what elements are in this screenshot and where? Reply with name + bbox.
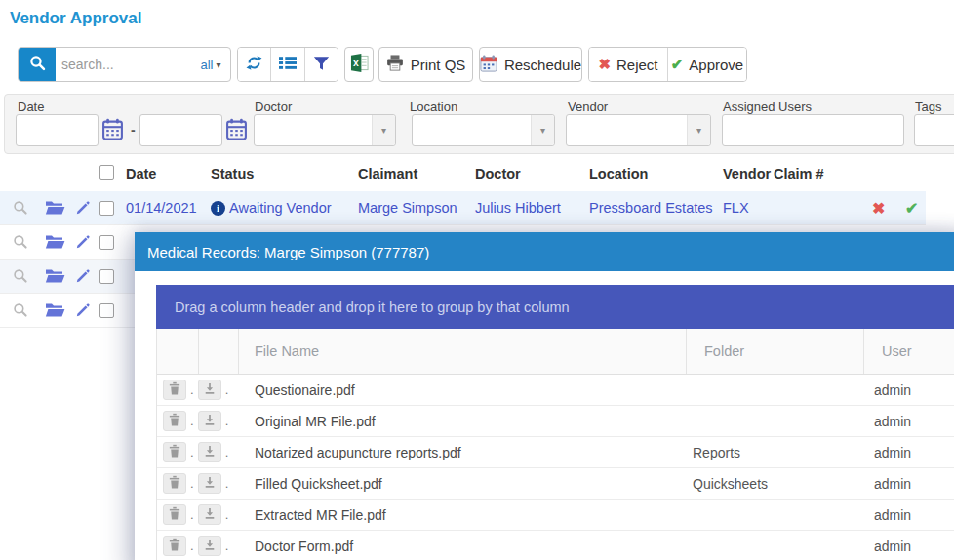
search-button[interactable]: [19, 48, 56, 81]
date-range-separator: -: [131, 122, 136, 138]
edit-pencil-icon[interactable]: [75, 234, 91, 254]
file-row[interactable]: . . Questionaire.pdf admin: [157, 375, 954, 406]
column-header-claimant[interactable]: Claimant: [358, 166, 417, 181]
row-checkbox[interactable]: [99, 235, 114, 250]
assigned-users-filter-label: Assigned Users: [723, 100, 812, 114]
download-file-button[interactable]: [198, 411, 221, 431]
filter-button[interactable]: [305, 48, 338, 81]
column-header-date[interactable]: Date: [126, 166, 156, 181]
vendor-select[interactable]: ▾: [566, 114, 711, 146]
column-header-vendor[interactable]: Vendor: [723, 166, 771, 181]
open-folder-icon[interactable]: [45, 200, 65, 220]
download-icon: [204, 382, 216, 398]
row-vendor-link[interactable]: FLX: [723, 200, 749, 216]
search-group: all ▾: [18, 47, 231, 82]
preview-icon[interactable]: [13, 302, 28, 322]
file-user: admin: [864, 476, 954, 492]
file-row[interactable]: . . Filled Quicksheet.pdf Quicksheets ad…: [157, 468, 954, 500]
preview-icon[interactable]: [13, 268, 28, 288]
search-input[interactable]: [56, 48, 191, 81]
open-folder-icon[interactable]: [45, 302, 65, 322]
file-name[interactable]: Notarized acupuncture reports.pdf: [255, 445, 687, 460]
download-file-button[interactable]: [198, 442, 221, 462]
download-file-button[interactable]: [198, 504, 221, 525]
cell-separator: .: [225, 539, 229, 553]
delete-file-button[interactable]: [163, 380, 186, 400]
cell-separator: .: [190, 507, 194, 522]
file-name[interactable]: Doctor Form.pdf: [255, 539, 687, 554]
assigned-users-input[interactable]: [722, 114, 904, 146]
row-date-link[interactable]: 01/14/2021: [126, 200, 197, 216]
filter-panel: Date Doctor Location Vendor Assigned Use…: [4, 94, 954, 154]
row-reject-icon[interactable]: ✖: [872, 199, 885, 218]
file-name[interactable]: Extracted MR File.pdf: [255, 507, 687, 523]
delete-file-button[interactable]: [163, 473, 186, 494]
search-scope-dropdown[interactable]: all ▾: [191, 48, 230, 81]
delete-file-button[interactable]: [163, 411, 186, 431]
approve-button[interactable]: ✔ Approve: [668, 48, 746, 81]
file-user: admin: [864, 382, 954, 398]
approve-check-icon: ✔: [671, 56, 684, 73]
column-header-doctor[interactable]: Doctor: [475, 166, 521, 181]
reschedule-label: Reschedule: [504, 57, 581, 73]
download-file-button[interactable]: [198, 536, 221, 556]
edit-pencil-icon[interactable]: [75, 200, 91, 220]
download-file-button[interactable]: [198, 473, 221, 494]
file-name[interactable]: Questionaire.pdf: [255, 382, 687, 398]
date-to-calendar-icon[interactable]: [226, 118, 247, 140]
tags-input[interactable]: [914, 114, 954, 146]
print-qs-button[interactable]: Print QS: [378, 47, 473, 82]
file-name[interactable]: Filled Quicksheet.pdf: [255, 476, 687, 492]
delete-file-button[interactable]: [163, 504, 186, 525]
date-to-input[interactable]: [139, 114, 222, 146]
file-row[interactable]: . . Notarized acupuncture reports.pdf Re…: [157, 437, 954, 468]
file-name[interactable]: Original MR File.pdf: [255, 414, 687, 429]
group-by-drop-zone[interactable]: Drag a column header and drop it here to…: [156, 285, 954, 329]
medical-records-modal: Medical Records: Marge Simpson (777787) …: [135, 232, 954, 560]
date-from-calendar-icon[interactable]: [102, 118, 123, 140]
row-checkbox[interactable]: [99, 303, 114, 318]
edit-pencil-icon[interactable]: [75, 268, 91, 288]
row-claimant-link[interactable]: Marge Simpson: [358, 200, 457, 216]
delete-file-button[interactable]: [163, 536, 186, 556]
edit-pencil-icon[interactable]: [75, 302, 91, 322]
column-header-status[interactable]: Status: [211, 166, 254, 181]
cell-separator: .: [225, 507, 229, 522]
date-from-input[interactable]: [16, 114, 99, 146]
preview-icon[interactable]: [13, 200, 28, 220]
file-row[interactable]: . . Doctor Form.pdf admin: [157, 531, 954, 560]
row-location-link[interactable]: Pressboard Estates: [589, 200, 713, 216]
export-excel-button[interactable]: x: [344, 47, 374, 82]
refresh-button[interactable]: [238, 48, 271, 81]
row-status-link[interactable]: Awaiting Vendor: [229, 200, 332, 216]
column-header-user[interactable]: User: [864, 329, 954, 374]
column-header-location[interactable]: Location: [589, 166, 648, 181]
column-header-claim[interactable]: Claim #: [774, 166, 824, 181]
list-view-button[interactable]: [271, 48, 304, 81]
preview-icon[interactable]: [13, 234, 28, 254]
reschedule-button[interactable]: Reschedule: [479, 47, 582, 82]
select-all-checkbox[interactable]: [99, 165, 114, 180]
open-folder-icon[interactable]: [45, 268, 65, 288]
row-checkbox[interactable]: [99, 201, 114, 216]
cell-separator: .: [190, 445, 194, 460]
reject-button[interactable]: ✖ Reject: [589, 48, 667, 81]
svg-text:x: x: [352, 58, 358, 68]
location-select[interactable]: ▾: [412, 114, 555, 146]
open-folder-icon[interactable]: [45, 234, 65, 254]
row-doctor-link[interactable]: Julius Hibbert: [475, 200, 561, 216]
row-approve-icon[interactable]: ✔: [905, 199, 918, 218]
download-file-button[interactable]: [198, 380, 221, 400]
file-folder: Reports: [687, 445, 864, 460]
table-row[interactable]: 01/14/2021 i Awaiting Vendor Marge Simps…: [0, 191, 926, 225]
chevron-down-icon: ▾: [372, 115, 395, 145]
file-row[interactable]: . . Original MR File.pdf admin: [157, 406, 954, 437]
trash-icon: [169, 413, 180, 429]
file-row[interactable]: . . Extracted MR File.pdf admin: [157, 500, 954, 531]
info-icon[interactable]: i: [211, 201, 225, 216]
column-header-folder[interactable]: Folder: [687, 329, 864, 374]
column-header-file-name[interactable]: File Name: [239, 329, 687, 374]
row-checkbox[interactable]: [99, 269, 114, 284]
delete-file-button[interactable]: [163, 442, 186, 462]
doctor-select[interactable]: ▾: [254, 114, 396, 146]
